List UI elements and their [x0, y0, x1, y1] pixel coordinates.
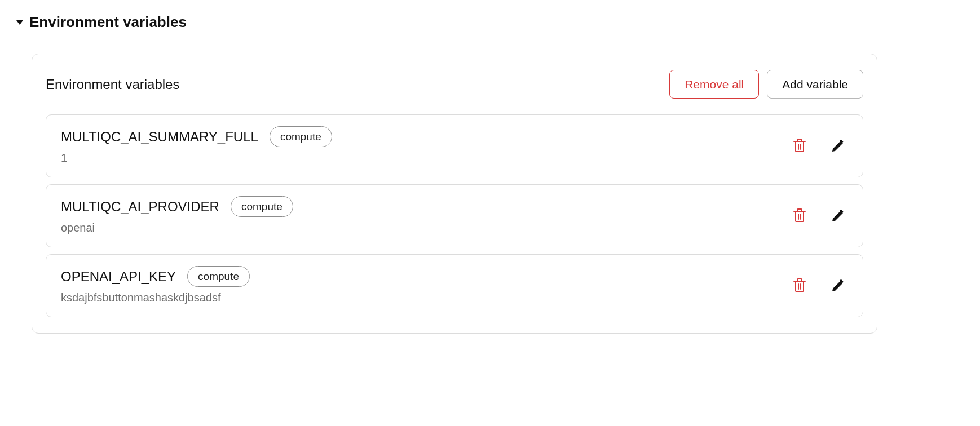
pencil-icon [831, 138, 846, 153]
remove-all-button[interactable]: Remove all [669, 70, 759, 99]
variable-row: OPENAI_API_KEY compute ksdajbfsbuttonmas… [46, 254, 863, 317]
card-header: Environment variables Remove all Add var… [46, 70, 863, 99]
delete-variable-button[interactable] [791, 276, 809, 295]
scope-tag: compute [270, 126, 332, 147]
delete-variable-button[interactable] [791, 136, 809, 155]
delete-variable-button[interactable] [791, 206, 809, 225]
trash-icon [793, 208, 806, 223]
card-title: Environment variables [46, 77, 179, 92]
variable-row: MULTIQC_AI_PROVIDER compute openai [46, 184, 863, 247]
svg-marker-0 [16, 20, 23, 25]
variable-value: ksdajbfsbuttonmashaskdjbsadsf [61, 291, 779, 304]
caret-down-icon [16, 19, 24, 26]
scope-tag: compute [187, 266, 250, 287]
edit-variable-button[interactable] [829, 136, 848, 155]
pencil-icon [831, 278, 846, 292]
variable-value: openai [61, 221, 779, 234]
section-toggle[interactable]: Environment variables [16, 14, 964, 31]
variable-name: MULTIQC_AI_SUMMARY_FULL [61, 129, 258, 145]
trash-icon [793, 278, 806, 292]
add-variable-button[interactable]: Add variable [767, 70, 863, 99]
edit-variable-button[interactable] [829, 206, 848, 225]
variable-row: MULTIQC_AI_SUMMARY_FULL compute 1 [46, 114, 863, 178]
trash-icon [793, 138, 806, 153]
variable-name: MULTIQC_AI_PROVIDER [61, 199, 219, 215]
scope-tag: compute [231, 196, 293, 217]
env-vars-card: Environment variables Remove all Add var… [32, 54, 877, 334]
pencil-icon [831, 208, 846, 223]
edit-variable-button[interactable] [829, 276, 848, 295]
variable-list: MULTIQC_AI_SUMMARY_FULL compute 1 [46, 114, 863, 317]
section-title: Environment variables [29, 14, 187, 31]
variable-value: 1 [61, 152, 779, 165]
variable-name: OPENAI_API_KEY [61, 269, 176, 285]
card-actions: Remove all Add variable [669, 70, 863, 99]
